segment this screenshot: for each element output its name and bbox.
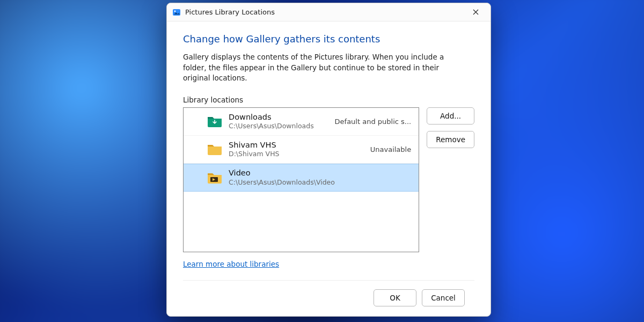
pictures-library-icon (172, 8, 181, 17)
ok-button[interactable]: OK (374, 289, 416, 306)
learn-more-link[interactable]: Learn more about libraries (183, 260, 474, 268)
folder-icon (207, 143, 222, 156)
add-button[interactable]: Add... (427, 107, 474, 125)
titlebar[interactable]: Pictures Library Locations (167, 3, 491, 21)
dialog-footer: OK Cancel (183, 280, 474, 316)
location-status: Unavailable (370, 145, 411, 153)
location-status: Default and public s... (335, 118, 412, 126)
location-path: D:\Shivam VHS (229, 150, 364, 158)
location-name: Downloads (229, 113, 328, 122)
close-button[interactable] (464, 3, 487, 21)
library-locations-dialog: Pictures Library Locations Change how Ga… (166, 3, 491, 317)
dialog-content: Change how Gallery gathers its contents … (167, 21, 491, 316)
svg-rect-0 (173, 9, 180, 16)
dialog-heading: Change how Gallery gathers its contents (183, 33, 474, 45)
location-name: Shivam VHS (229, 141, 364, 150)
location-path: C:\Users\Asus\Downloads\Video (229, 178, 405, 186)
side-buttons: Add... Remove (427, 107, 474, 252)
location-row[interactable]: Shivam VHS D:\Shivam VHS Unavailable (184, 136, 419, 164)
dialog-description: Gallery displays the contents of the Pic… (183, 52, 467, 84)
svg-point-1 (174, 10, 176, 12)
window-title: Pictures Library Locations (185, 8, 275, 16)
downloads-folder-icon (207, 115, 222, 128)
close-icon (473, 8, 479, 17)
remove-button[interactable]: Remove (427, 131, 474, 148)
list-label: Library locations (183, 96, 474, 104)
cancel-button[interactable]: Cancel (422, 289, 465, 306)
location-row[interactable]: Video C:\Users\Asus\Downloads\Video (184, 164, 419, 192)
location-row[interactable]: Downloads C:\Users\Asus\Downloads Defaul… (184, 108, 419, 136)
location-name: Video (229, 169, 405, 178)
locations-listbox[interactable]: Downloads C:\Users\Asus\Downloads Defaul… (183, 107, 419, 252)
video-folder-icon (207, 171, 222, 184)
location-path: C:\Users\Asus\Downloads (229, 122, 328, 130)
